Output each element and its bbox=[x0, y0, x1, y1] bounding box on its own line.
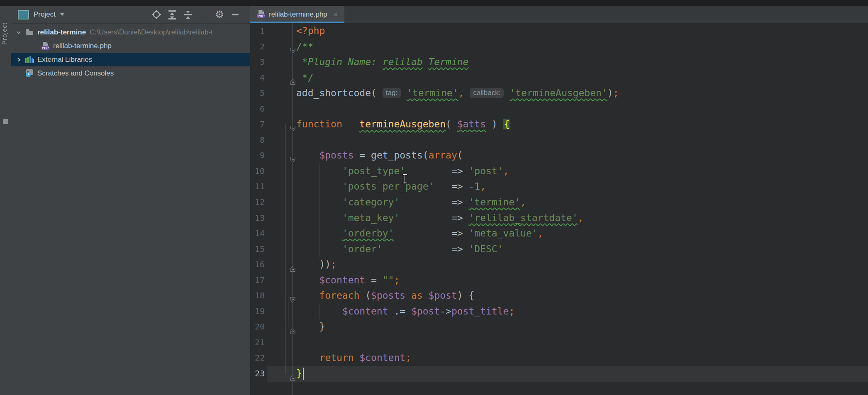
line-number: 7 bbox=[250, 117, 265, 132]
code-text: $posts = get_posts(array( bbox=[296, 148, 463, 163]
line-number: 15 bbox=[250, 241, 265, 257]
code-text: $content = ""; bbox=[296, 273, 400, 288]
line-number: 11 bbox=[250, 179, 265, 195]
code-text: add_shortcode( tag: 'termine', callback:… bbox=[296, 85, 619, 101]
tree-item-label: Scratches and Consoles bbox=[37, 69, 114, 78]
code-editor[interactable]: 1<?php2/**3 *Plugin Name: relilab Termin… bbox=[250, 23, 868, 395]
php-file-icon: PHP bbox=[257, 10, 265, 20]
line-number: 21 bbox=[250, 335, 265, 351]
line-number: 10 bbox=[250, 163, 265, 179]
code-line[interactable]: 9 $posts = get_posts(array( bbox=[250, 148, 868, 163]
line-number: 4 bbox=[250, 70, 265, 86]
code-line[interactable]: 11 'posts_per_page' => -1, bbox=[250, 179, 868, 195]
tree-item-label: relilab-termine.php bbox=[53, 42, 112, 50]
code-line[interactable]: 12 'category' => 'termine', bbox=[250, 195, 868, 210]
code-text: function termineAusgeben( $atts ) { bbox=[296, 117, 510, 132]
scratches-icon bbox=[24, 69, 35, 78]
fold-range-line-function bbox=[285, 124, 285, 374]
chevron-down-icon[interactable] bbox=[14, 29, 24, 35]
line-number: 12 bbox=[250, 195, 265, 210]
tree-item-relilab-termine-php[interactable]: PHPrelilab-termine.php bbox=[11, 39, 250, 53]
toolbar-divider bbox=[199, 10, 209, 20]
line-number: 23 bbox=[250, 366, 265, 382]
folder-icon bbox=[24, 29, 35, 36]
line-number: 3 bbox=[250, 54, 265, 70]
code-line[interactable]: 10 'post_type' => 'post', bbox=[250, 163, 868, 179]
settings-icon[interactable]: ⚙ bbox=[215, 10, 224, 20]
tree-item-scratches-and-consoles[interactable]: Scratches and Consoles bbox=[11, 66, 250, 80]
code-line[interactable]: 20 } bbox=[250, 319, 868, 335]
gutter-fold-spine bbox=[293, 23, 293, 395]
tab-relilab-termine-php[interactable]: PHP relilab-termine.php × bbox=[250, 6, 344, 23]
code-line[interactable]: 17 $content = ""; bbox=[250, 273, 868, 288]
tool-window-square-icon[interactable] bbox=[3, 119, 8, 124]
php-file-icon: PHP bbox=[39, 41, 51, 50]
code-line[interactable]: 4 */ bbox=[250, 70, 868, 86]
tree-item-relilab-termine[interactable]: relilab-termineC:\Users\Daniel\Desktop\r… bbox=[11, 25, 250, 39]
code-line[interactable]: 21 bbox=[250, 335, 868, 351]
code-text: <?php bbox=[296, 23, 325, 39]
code-line[interactable]: 2/** bbox=[250, 39, 868, 55]
libraries-icon bbox=[24, 56, 35, 64]
code-line[interactable]: 13 'meta_key' => 'relilab_startdate', bbox=[250, 210, 868, 226]
line-number: 17 bbox=[250, 273, 265, 288]
code-line[interactable]: 15 'order' => 'DESC' bbox=[250, 241, 868, 257]
code-text: 'meta_key' => 'relilab_startdate', bbox=[296, 210, 583, 226]
code-line[interactable]: 23} bbox=[250, 366, 868, 382]
line-number: 18 bbox=[250, 288, 265, 304]
line-number: 5 bbox=[250, 85, 265, 101]
code-text: 'orderby' => 'meta_value', bbox=[296, 226, 543, 241]
line-number: 13 bbox=[250, 210, 265, 226]
line-number: 22 bbox=[250, 350, 265, 366]
line-number: 19 bbox=[250, 304, 265, 319]
code-line[interactable]: 3 *Plugin Name: relilab Termine bbox=[250, 54, 868, 70]
chevron-down-icon[interactable] bbox=[59, 11, 65, 18]
line-number: 20 bbox=[250, 319, 265, 335]
tree-item-external-libraries[interactable]: External Libraries bbox=[11, 53, 250, 66]
tool-window-bar: Project bbox=[0, 6, 12, 395]
expand-all-icon[interactable] bbox=[167, 10, 177, 20]
code-line[interactable]: 8 bbox=[250, 132, 868, 148]
code-line[interactable]: 1<?php bbox=[250, 23, 868, 39]
hide-icon[interactable] bbox=[230, 10, 240, 20]
close-icon[interactable]: × bbox=[334, 10, 338, 19]
code-line[interactable]: 19 $content .= $post->post_title; bbox=[250, 304, 868, 319]
fold-range-line-foreach bbox=[288, 296, 288, 327]
editor-area: PHP relilab-termine.php × 1<?php2/**3 *P… bbox=[250, 6, 868, 395]
indent-guide bbox=[319, 304, 319, 319]
svg-text:PHP: PHP bbox=[258, 14, 265, 18]
chevron-right-icon[interactable] bbox=[14, 57, 24, 63]
locate-icon[interactable] bbox=[151, 10, 161, 20]
code-line[interactable]: 5add_shortcode( tag: 'termine', callback… bbox=[250, 85, 868, 101]
code-text: return $content; bbox=[296, 350, 411, 366]
editor-tab-bar: PHP relilab-termine.php × bbox=[250, 6, 868, 23]
current-line-highlight bbox=[267, 366, 868, 382]
tab-label: relilab-termine.php bbox=[269, 10, 327, 19]
code-text: *Plugin Name: relilab Termine bbox=[296, 54, 468, 70]
line-number: 16 bbox=[250, 257, 265, 273]
tree-item-label: relilab-termine bbox=[37, 28, 86, 37]
code-line[interactable]: 18 foreach ($posts as $post) { bbox=[250, 288, 868, 304]
code-line[interactable]: 16 )); bbox=[250, 257, 868, 273]
code-text: } bbox=[296, 319, 325, 335]
svg-text:PHP: PHP bbox=[42, 46, 49, 50]
project-tool-window-tab[interactable]: Project bbox=[1, 22, 8, 45]
collapse-all-icon[interactable] bbox=[183, 10, 193, 20]
text-cursor-pointer bbox=[402, 173, 408, 186]
code-line[interactable]: 7function termineAusgeben( $atts ) { bbox=[250, 117, 868, 132]
text-caret bbox=[303, 368, 304, 380]
line-number: 1 bbox=[250, 23, 265, 39]
line-number: 8 bbox=[250, 132, 265, 148]
project-view-icon bbox=[18, 10, 29, 20]
project-panel: Project ⚙ relilab-termineC:\Users\Daniel… bbox=[11, 6, 250, 395]
code-line[interactable]: 14 'orderby' => 'meta_value', bbox=[250, 226, 868, 241]
line-number: 2 bbox=[250, 39, 265, 55]
code-line[interactable]: 6 bbox=[250, 101, 868, 117]
ide-window: Project Project ⚙ relilab-termineC:\User… bbox=[0, 0, 868, 395]
line-number: 6 bbox=[250, 101, 265, 117]
code-text: 'category' => 'termine', bbox=[296, 195, 526, 210]
window-title-strip bbox=[0, 0, 868, 6]
project-panel-title[interactable]: Project bbox=[34, 10, 56, 19]
code-line[interactable]: 22 return $content; bbox=[250, 350, 868, 366]
code-text: 'posts_per_page' => -1, bbox=[296, 179, 486, 195]
